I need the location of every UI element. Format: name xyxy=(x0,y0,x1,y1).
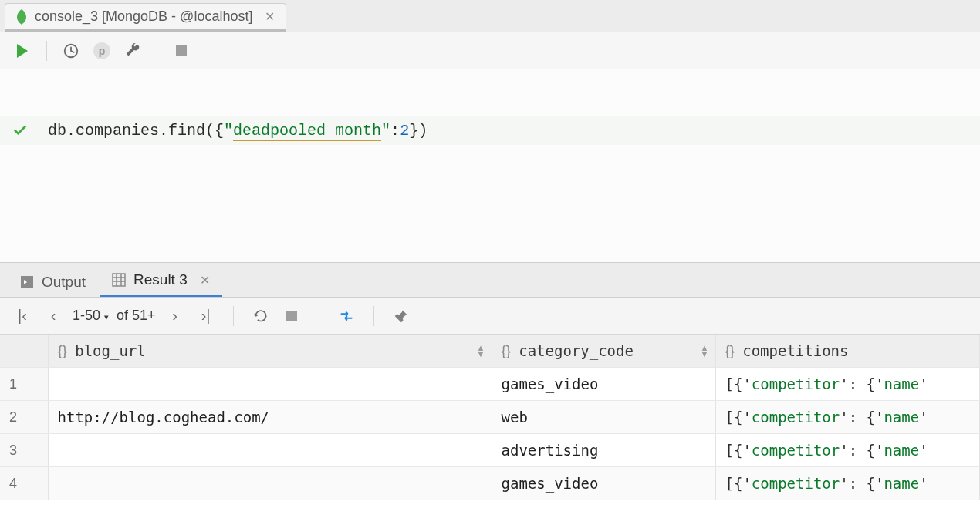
stop-icon xyxy=(176,45,187,56)
stop-button[interactable] xyxy=(168,38,194,64)
result-table: {}blog_url ▲▼ {}category_code ▲▼ {}compe… xyxy=(0,335,980,500)
compare-icon xyxy=(338,308,355,325)
table-header-row: {}blog_url ▲▼ {}category_code ▲▼ {}compe… xyxy=(0,335,980,368)
row-number: 1 xyxy=(0,368,48,401)
separator xyxy=(373,306,374,326)
editor-tab-console-3[interactable]: console_3 [MongoDB - @localhost] ✕ xyxy=(5,3,286,32)
tab-result[interactable]: Result 3 ✕ xyxy=(100,265,222,297)
separator xyxy=(46,41,47,61)
mongodb-leaf-icon xyxy=(16,9,27,25)
close-icon[interactable]: ✕ xyxy=(265,9,275,24)
p-badge-icon: p xyxy=(93,42,110,59)
row-number: 3 xyxy=(0,434,48,467)
page-range[interactable]: 1-50 ▾ xyxy=(73,308,109,324)
svg-rect-2 xyxy=(113,274,125,286)
chevron-right-icon: › xyxy=(172,307,177,325)
table-row[interactable]: 1games_video[{'competitor': {'name' xyxy=(0,368,980,401)
cell-competitions[interactable]: [{'competitor': {'name' xyxy=(715,467,980,500)
row-number-header xyxy=(0,335,48,368)
column-header-blog-url[interactable]: {}blog_url ▲▼ xyxy=(48,335,492,368)
table-row[interactable]: 4games_video[{'competitor': {'name' xyxy=(0,467,980,500)
close-icon[interactable]: ✕ xyxy=(200,273,210,288)
cell-category-code[interactable]: games_video xyxy=(492,467,715,500)
cell-competitions[interactable]: [{'competitor': {'name' xyxy=(715,368,980,401)
row-number: 4 xyxy=(0,467,48,500)
pin-icon xyxy=(394,308,409,324)
sort-icon[interactable]: ▲▼ xyxy=(701,345,709,357)
cell-category-code[interactable]: games_video xyxy=(492,368,715,401)
refresh-icon xyxy=(253,308,269,324)
row-number: 2 xyxy=(0,401,48,434)
separator xyxy=(319,306,319,326)
column-header-category-code[interactable]: {}category_code ▲▼ xyxy=(492,335,715,368)
cancel-query-button[interactable] xyxy=(280,305,303,328)
code-editor[interactable]: db.companies.find({"deadpooled_month":2}… xyxy=(0,69,980,262)
table-icon xyxy=(112,273,126,287)
tab-output-label: Output xyxy=(42,274,86,291)
refresh-button[interactable] xyxy=(249,305,272,328)
cell-category-code[interactable]: web xyxy=(492,401,715,434)
wrench-icon xyxy=(124,42,141,59)
tab-result-label: Result 3 xyxy=(133,271,188,288)
compare-button[interactable] xyxy=(335,305,358,328)
table-row[interactable]: 2http://blog.coghead.com/web[{'competito… xyxy=(0,401,980,434)
history-button[interactable] xyxy=(58,38,84,64)
first-page-button[interactable]: |‹ xyxy=(11,305,34,328)
settings-button[interactable] xyxy=(120,38,146,64)
last-icon: ›| xyxy=(201,307,211,325)
cell-category-code[interactable]: advertising xyxy=(492,434,715,467)
separator xyxy=(233,306,234,326)
cell-blog-url[interactable] xyxy=(48,467,492,500)
braces-icon: {} xyxy=(725,342,735,359)
run-button[interactable] xyxy=(9,38,35,64)
history-icon xyxy=(63,42,79,59)
code-line: db.companies.find({"deadpooled_month":2}… xyxy=(0,116,980,145)
braces-icon: {} xyxy=(58,342,68,359)
play-icon xyxy=(17,44,28,58)
profiler-button[interactable]: p xyxy=(89,38,115,64)
column-header-competitions[interactable]: {}competitions xyxy=(715,335,980,368)
code-text: db.companies.find({"deadpooled_month":2}… xyxy=(48,122,427,140)
last-page-button[interactable]: ›| xyxy=(194,305,218,328)
cell-blog-url[interactable] xyxy=(48,368,492,401)
sort-icon[interactable]: ▲▼ xyxy=(477,345,485,357)
editor-tab-bar: console_3 [MongoDB - @localhost] ✕ xyxy=(0,0,980,32)
status-ok-icon xyxy=(12,123,28,138)
result-pager-toolbar: |‹ ‹ 1-50 ▾ of 51+ › ›| xyxy=(0,298,980,335)
separator xyxy=(157,41,157,61)
cell-blog-url[interactable]: http://blog.coghead.com/ xyxy=(48,401,492,434)
page-total: of 51+ xyxy=(117,308,156,324)
prev-page-button[interactable]: ‹ xyxy=(42,305,65,328)
table-row[interactable]: 3advertising[{'competitor': {'name' xyxy=(0,434,980,467)
output-icon xyxy=(20,275,34,289)
pin-button[interactable] xyxy=(390,305,413,328)
editor-toolbar: p xyxy=(0,32,980,69)
next-page-button[interactable]: › xyxy=(164,305,187,328)
cell-competitions[interactable]: [{'competitor': {'name' xyxy=(715,434,980,467)
tab-output[interactable]: Output xyxy=(8,268,98,297)
chevron-left-icon: ‹ xyxy=(51,307,56,325)
editor-tab-title: console_3 [MongoDB - @localhost] xyxy=(35,8,252,25)
cell-competitions[interactable]: [{'competitor': {'name' xyxy=(715,401,980,434)
braces-icon: {} xyxy=(502,342,512,359)
first-icon: |‹ xyxy=(18,307,27,325)
result-tab-bar: Output Result 3 ✕ xyxy=(0,262,980,298)
stop-icon xyxy=(286,311,297,321)
cell-blog-url[interactable] xyxy=(48,434,492,467)
